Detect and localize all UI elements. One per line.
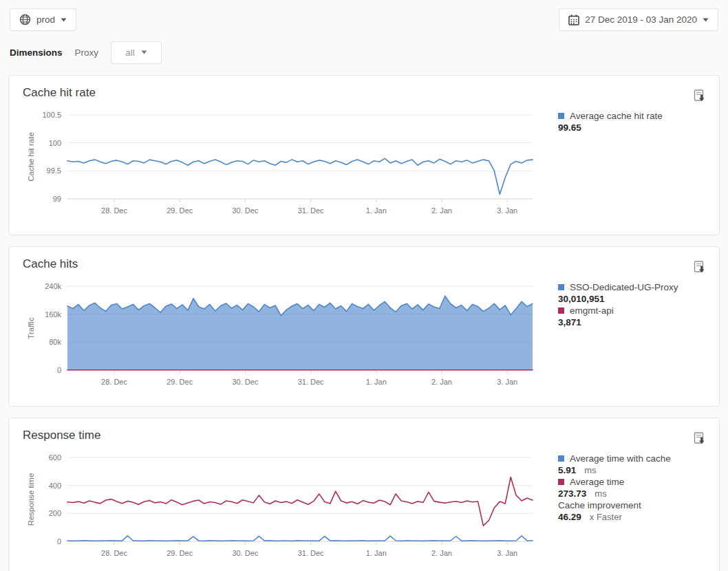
response-time-card: Response time 600400200028. Dec29. Dec30… — [8, 418, 720, 571]
cache-hit-rate-legend: Average cache hit rate99.65 — [558, 110, 723, 133]
y-tick-label: 0 — [57, 366, 61, 374]
legend-value-row: 99.65 — [558, 122, 723, 133]
cache-hits-legend: SSO-Dedicated-UG-Proxy30,010,951emgmt-ap… — [558, 281, 723, 328]
top-bar: prod 27 Dec 2019 - 03 Jan 2020 — [0, 0, 728, 31]
legend-label: emgmt-api — [570, 305, 614, 316]
chart-svg: 240k160k80k028. Dec29. Dec30. Dec31. Dec… — [9, 278, 554, 394]
proxy-filter-value: all — [125, 47, 135, 58]
date-range-value: 27 Dec 2019 - 03 Jan 2020 — [585, 14, 697, 25]
cache-hits-card: Cache hits 240k160k80k028. Dec29. Dec30.… — [8, 246, 720, 407]
legend-item[interactable]: Average time — [558, 476, 723, 488]
legend-value: 30,010,951 — [558, 294, 605, 304]
y-tick-label: 80k — [49, 338, 61, 346]
x-tick-label: 28. Dec — [101, 549, 127, 557]
legend-swatch — [558, 113, 564, 119]
x-tick-label: 2. Jan — [431, 549, 452, 557]
y-tick-label: 99.5 — [47, 166, 61, 175]
x-tick-label: 3. Jan — [497, 206, 517, 215]
legend-label: Average time — [570, 476, 624, 488]
x-tick-label: 1. Jan — [366, 378, 387, 386]
legend-label: Average time with cache — [570, 453, 671, 464]
environment-selector[interactable]: prod — [10, 8, 76, 31]
export-report-icon — [694, 432, 707, 445]
legend-unit: ms — [595, 488, 606, 499]
export-report-icon — [694, 261, 707, 274]
proxy-filter-dropdown[interactable]: all — [111, 41, 162, 64]
environment-value: prod — [36, 14, 55, 25]
x-tick-label: 3. Jan — [497, 549, 517, 557]
legend-item[interactable]: SSO-Dedicated-UG-Proxy — [558, 281, 723, 293]
legend-value: 3,871 — [558, 317, 581, 327]
legend-label: SSO-Dedicated-UG-Proxy — [570, 281, 678, 293]
y-tick-label: 100.5 — [42, 111, 61, 119]
y-tick-label: 240k — [45, 282, 61, 290]
x-tick-label: 31. Dec — [298, 549, 324, 557]
chevron-down-icon — [703, 18, 709, 22]
y-axis-title: Response time — [27, 473, 35, 526]
legend-item[interactable]: Average time with cache — [558, 453, 723, 464]
legend-value-row: 5.91ms — [558, 464, 723, 476]
response-time-chart[interactable]: 600400200028. Dec29. Dec30. Dec31. Dec1.… — [9, 449, 554, 568]
y-tick-label: 400 — [49, 482, 61, 490]
legend-label: Cache improvement — [558, 499, 641, 511]
x-tick-label: 30. Dec — [232, 378, 258, 386]
legend-item[interactable]: emgmt-api — [558, 305, 723, 316]
y-tick-label: 100 — [49, 139, 61, 147]
legend-value-row: 273.73ms — [558, 488, 723, 499]
series-line — [67, 477, 533, 526]
x-tick-label: 31. Dec — [298, 206, 324, 215]
legend-label: Average cache hit rate — [570, 110, 663, 122]
legend-value: 5.91 — [558, 465, 576, 475]
y-axis-title: Traffic — [27, 317, 35, 339]
legend-value-row: 3,871 — [558, 316, 723, 328]
card-title: Response time — [23, 429, 100, 442]
calendar-icon — [568, 14, 579, 25]
dimensions-bar: Dimensions Proxy all — [0, 41, 728, 64]
y-tick-label: 160k — [45, 310, 61, 319]
date-range-picker[interactable]: 27 Dec 2019 - 03 Jan 2020 — [559, 8, 718, 31]
response-time-legend: Average time with cache5.91msAverage tim… — [558, 453, 723, 523]
legend-value-row: 46.29x Faster — [558, 511, 723, 523]
x-tick-label: 28. Dec — [101, 378, 127, 386]
x-tick-label: 30. Dec — [232, 206, 258, 215]
cache-hit-rate-chart[interactable]: 100.510099.59928. Dec29. Dec30. Dec31. D… — [9, 107, 554, 225]
legend-value: 99.65 — [558, 122, 581, 133]
cache-hit-rate-card: Cache hit rate 100.510099.59928. Dec29. … — [8, 75, 720, 235]
x-tick-label: 3. Jan — [497, 378, 517, 386]
x-tick-label: 29. Dec — [167, 206, 193, 215]
chevron-down-icon — [61, 18, 67, 22]
chevron-down-icon — [141, 50, 147, 54]
dimension-proxy-label: Proxy — [75, 47, 99, 58]
legend-value: 273.73 — [558, 488, 586, 499]
legend-value-row: 30,010,951 — [558, 293, 723, 305]
legend-item: Cache improvement — [558, 499, 723, 511]
x-tick-label: 2. Jan — [431, 378, 452, 386]
y-tick-label: 0 — [57, 537, 61, 546]
export-report-button[interactable] — [694, 89, 707, 105]
export-report-icon — [694, 89, 707, 103]
dimensions-label: Dimensions — [10, 47, 63, 58]
x-tick-label: 30. Dec — [232, 549, 258, 557]
legend-unit: ms — [584, 465, 596, 475]
x-tick-label: 1. Jan — [366, 549, 387, 557]
legend-swatch — [558, 284, 564, 290]
chart-svg: 100.510099.59928. Dec29. Dec30. Dec31. D… — [9, 107, 554, 222]
analytics-dashboard: prod 27 Dec 2019 - 03 Jan 2020 Dimension… — [0, 0, 728, 571]
legend-item[interactable]: Average cache hit rate — [558, 110, 723, 122]
y-axis-title: Cache hit rate — [27, 132, 35, 182]
card-title: Cache hits — [23, 257, 78, 271]
export-report-button[interactable] — [694, 432, 707, 447]
chart-svg: 600400200028. Dec29. Dec30. Dec31. Dec1.… — [9, 449, 554, 565]
x-tick-label: 28. Dec — [101, 206, 127, 215]
series-line — [67, 536, 533, 541]
x-tick-label: 31. Dec — [298, 378, 324, 386]
cache-hits-chart[interactable]: 240k160k80k028. Dec29. Dec30. Dec31. Dec… — [9, 278, 554, 396]
legend-swatch — [558, 479, 564, 485]
legend-swatch — [558, 308, 564, 314]
y-tick-label: 200 — [49, 509, 61, 517]
export-report-button[interactable] — [694, 261, 707, 276]
x-tick-label: 1. Jan — [366, 206, 387, 215]
card-title: Cache hit rate — [23, 86, 96, 100]
globe-icon — [19, 14, 31, 25]
x-tick-label: 29. Dec — [167, 549, 193, 557]
